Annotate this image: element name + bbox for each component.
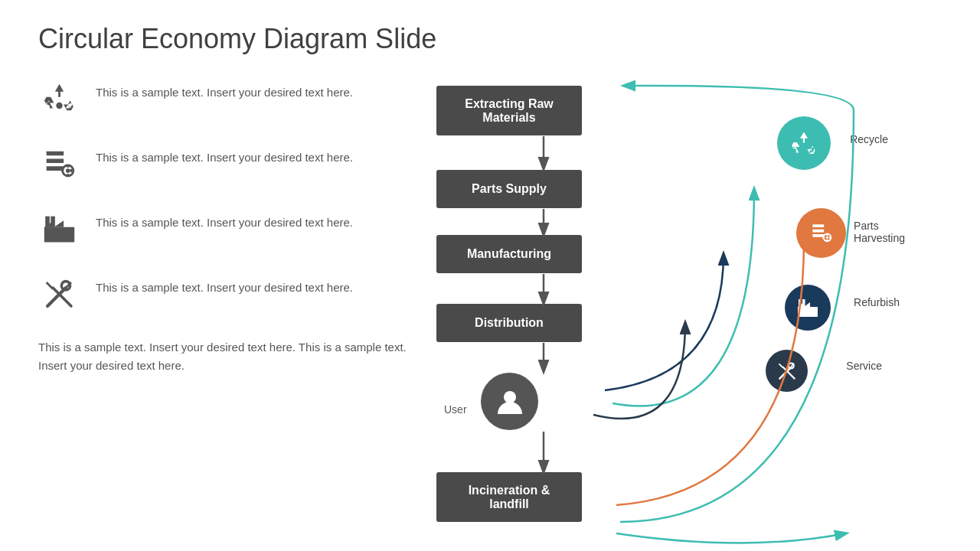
svg-rect-15 <box>50 233 55 240</box>
svg-rect-30 <box>822 236 824 238</box>
svg-rect-13 <box>45 217 50 227</box>
parts-icon <box>42 147 77 181</box>
svg-rect-37 <box>801 311 805 316</box>
content-area: This is a sample text. Insert your desir… <box>38 78 942 551</box>
parts-circle-icon <box>808 220 835 246</box>
label-service: Service <box>846 360 882 372</box>
box-manufacturing: Manufacturing <box>436 235 582 273</box>
svg-rect-38 <box>809 311 812 314</box>
list-text-2: This is a sample text. Insert your desir… <box>96 143 353 167</box>
svg-marker-12 <box>54 220 64 227</box>
list-item-3: This is a sample text. Insert your desir… <box>38 208 413 250</box>
circle-recycle <box>777 116 831 170</box>
circle-parts-harvesting <box>796 208 846 258</box>
bottom-text: This is a sample text. Insert your desir… <box>38 338 413 375</box>
svg-rect-8 <box>61 169 64 172</box>
user-icon <box>495 386 525 417</box>
list-item-4: This is a sample text. Insert your desir… <box>38 273 413 315</box>
recycle-icon-box <box>38 78 80 120</box>
left-panel: This is a sample text. Insert your desir… <box>38 78 413 551</box>
svg-rect-14 <box>51 217 55 227</box>
svg-rect-32 <box>798 307 818 317</box>
svg-rect-24 <box>812 229 824 232</box>
list-text-4: This is a sample text. Insert your desir… <box>96 273 353 297</box>
svg-rect-29 <box>825 239 828 240</box>
list-text-1: This is a sample text. Insert your desir… <box>96 78 353 102</box>
list-text-3: This is a sample text. Insert your desir… <box>96 208 353 232</box>
svg-rect-16 <box>61 233 66 237</box>
recycle-icon <box>42 82 77 116</box>
svg-point-22 <box>504 391 516 403</box>
svg-rect-23 <box>812 224 824 227</box>
factory-circle-icon <box>795 295 820 320</box>
svg-rect-1 <box>47 152 64 156</box>
svg-rect-36 <box>802 299 805 307</box>
box-incineration: Incineration &landfill <box>436 472 582 522</box>
svg-rect-7 <box>67 174 70 176</box>
label-parts-harvesting: PartsHarvesting <box>854 220 905 244</box>
slide-title: Circular Economy Diagram Slide <box>38 23 942 55</box>
list-item-2: This is a sample text. Insert your desir… <box>38 143 413 185</box>
svg-rect-28 <box>825 233 828 235</box>
tools-icon <box>42 277 77 311</box>
svg-point-5 <box>66 168 70 173</box>
svg-rect-6 <box>67 165 70 168</box>
user-label: User <box>444 403 467 416</box>
svg-point-27 <box>825 236 828 238</box>
svg-rect-31 <box>829 236 831 238</box>
tools-icon-box <box>38 273 80 315</box>
circle-refurbish <box>785 285 831 331</box>
factory-icon-box <box>38 208 80 250</box>
svg-rect-10 <box>44 227 74 243</box>
svg-point-0 <box>56 103 62 109</box>
circle-service <box>766 350 808 392</box>
svg-rect-9 <box>70 169 73 172</box>
svg-rect-35 <box>799 299 802 307</box>
slide: Circular Economy Diagram Slide This is a… <box>0 0 980 551</box>
recycle-circle-icon <box>790 129 818 157</box>
label-recycle: Recycle <box>850 133 888 145</box>
tools-circle-icon <box>776 360 798 382</box>
svg-line-21 <box>47 282 53 289</box>
svg-rect-3 <box>47 166 64 171</box>
label-refurbish: Refurbish <box>854 296 900 308</box>
list-item-1: This is a sample text. Insert your desir… <box>38 78 413 120</box>
svg-rect-2 <box>47 158 64 163</box>
box-distribution: Distribution <box>436 304 582 342</box>
box-extracting-raw: Extracting Raw Materials <box>436 86 582 135</box>
svg-rect-25 <box>812 234 824 237</box>
parts-icon-box <box>38 143 80 185</box>
factory-icon <box>42 212 77 246</box>
box-parts-supply: Parts Supply <box>436 170 582 208</box>
svg-line-43 <box>779 364 782 367</box>
user-circle <box>481 373 538 430</box>
diagram-panel: Extracting Raw Materials Parts Supply Ma… <box>429 78 942 551</box>
